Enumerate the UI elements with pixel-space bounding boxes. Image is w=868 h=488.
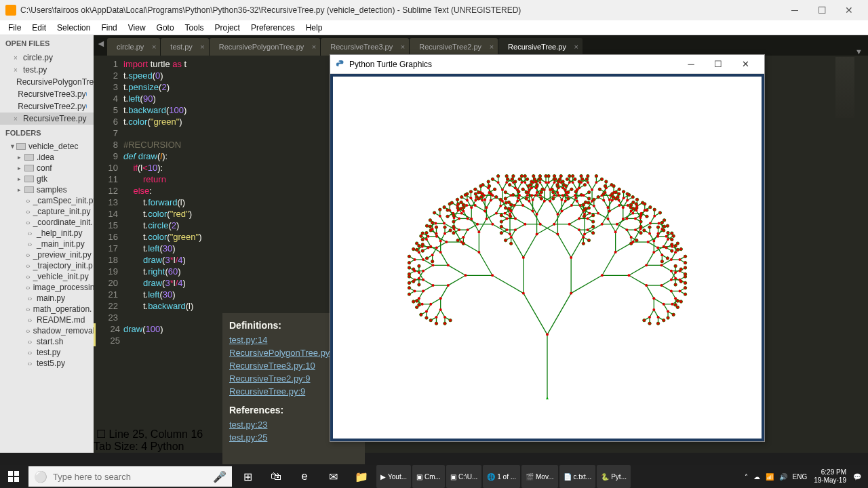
status-tabsize[interactable]: Tab Size: 4	[94, 441, 147, 452]
file-item[interactable]: ‹›main.py	[0, 293, 94, 304]
mail-icon[interactable]: ✉	[319, 465, 347, 488]
svg-point-690	[439, 208, 441, 211]
svg-point-1534	[643, 319, 646, 321]
openfile-item[interactable]: RecursiveTree2.py	[0, 100, 94, 113]
menu-preferences[interactable]: Preferences	[245, 22, 300, 34]
svg-point-1083	[536, 191, 538, 194]
minimize-button[interactable]: ─	[781, 0, 808, 20]
openfile-item[interactable]: RecursivePolygonTree.py	[0, 76, 94, 88]
openfile-item[interactable]: ×circle.py	[0, 52, 94, 64]
svg-point-1481	[679, 268, 682, 270]
file-item[interactable]: ‹›math_operation.	[0, 304, 94, 314]
svg-point-1134	[568, 175, 571, 178]
menu-goto[interactable]: Goto	[151, 22, 180, 34]
taskbar-app[interactable]: 🎬Mov...	[521, 465, 557, 488]
tab-close-icon[interactable]: ×	[490, 43, 494, 51]
taskbar-app[interactable]: 📄c.txt...	[559, 465, 596, 488]
svg-point-1400	[671, 249, 673, 252]
wifi-icon[interactable]: 📶	[763, 473, 776, 481]
file-item[interactable]: ‹›_trajectory_init.p	[0, 260, 94, 271]
menu-selection[interactable]: Selection	[52, 22, 96, 34]
folder-item[interactable]: ▸samples	[0, 184, 94, 195]
turtle-minimize[interactable]: ─	[677, 59, 705, 69]
tab-close-icon[interactable]: ×	[401, 43, 405, 51]
tab-close-icon[interactable]: ×	[200, 43, 204, 51]
tab-RecursiveTree3py[interactable]: RecursiveTree3.py×	[321, 38, 409, 56]
close-icon[interactable]: ×	[14, 66, 20, 74]
taskbar-app[interactable]: ▶Yout...	[376, 465, 411, 488]
search-box[interactable]: ⚪ 🎤	[28, 466, 232, 487]
tab-testpy[interactable]: test.py×	[161, 38, 208, 56]
taskbar-app[interactable]: 🌐1 of ...	[483, 465, 520, 488]
taskbar-app[interactable]: 🐍Pyt...	[597, 465, 631, 488]
file-item[interactable]: ‹›start.sh	[0, 336, 94, 347]
turtle-maximize[interactable]: ☐	[705, 59, 732, 69]
language-indicator[interactable]: ENG	[790, 473, 810, 481]
svg-point-597	[414, 258, 416, 261]
file-item[interactable]: ‹›_main_init.py	[0, 239, 94, 249]
file-item[interactable]: ‹›image_processing	[0, 282, 94, 293]
nav-back-icon[interactable]: ◄	[96, 38, 106, 49]
menu-view[interactable]: View	[123, 22, 151, 34]
status-language[interactable]: Python	[151, 441, 184, 452]
tray-up-icon[interactable]: ˄	[742, 473, 751, 481]
openfile-item[interactable]: RecursiveTree3.py	[0, 88, 94, 100]
menu-project[interactable]: Project	[210, 22, 245, 34]
menu-tools[interactable]: Tools	[180, 22, 210, 34]
tab-close-icon[interactable]: ×	[152, 43, 156, 51]
clock[interactable]: 6:29 PM 19-May-19	[810, 468, 850, 485]
turtle-titlebar[interactable]: Python Turtle Graphics ─ ☐ ✕	[330, 55, 764, 74]
mic-icon[interactable]: 🎤	[213, 470, 226, 483]
file-item[interactable]: ‹›_camSpec_init.py	[0, 195, 94, 206]
close-icon[interactable]: ×	[14, 54, 20, 62]
edge-icon[interactable]: e	[290, 465, 319, 488]
tab-close-icon[interactable]: ×	[574, 43, 578, 51]
notifications-icon[interactable]: 💬	[850, 473, 864, 481]
tab-RecursiveTreepy[interactable]: RecursiveTree.py×	[498, 38, 583, 56]
close-icon[interactable]: ×	[14, 115, 20, 123]
svg-line-243	[570, 218, 579, 224]
tab-menu-icon[interactable]: ▼	[855, 47, 863, 56]
file-item[interactable]: ‹›_help_init.py	[0, 228, 94, 239]
start-button[interactable]	[0, 465, 27, 488]
svg-point-1497	[674, 297, 677, 300]
taskbar-app[interactable]: ▣Cm...	[412, 465, 445, 488]
store-icon[interactable]: 🛍	[262, 465, 290, 488]
turtle-close[interactable]: ✕	[732, 59, 759, 69]
minimap[interactable]	[835, 57, 854, 118]
menu-edit[interactable]: Edit	[26, 22, 52, 34]
task-view-icon[interactable]: ⊞	[233, 465, 262, 488]
openfile-item[interactable]: ×test.py	[0, 64, 94, 76]
folder-item[interactable]: ▸.idea	[0, 152, 94, 163]
file-item[interactable]: ‹›_capture_init.py	[0, 206, 94, 217]
tab-circlepy[interactable]: circle.py×	[107, 38, 160, 56]
file-item[interactable]: ‹›_preview_init.py	[0, 249, 94, 260]
file-item[interactable]: ‹›_vehicle_init.py	[0, 271, 94, 282]
menu-find[interactable]: Find	[96, 22, 122, 34]
status-cursor[interactable]: Line 25, Column 16	[108, 428, 203, 440]
file-item[interactable]: ‹›test5.py	[0, 358, 94, 369]
folder-item[interactable]: ▸conf	[0, 163, 94, 174]
turtle-window[interactable]: Python Turtle Graphics ─ ☐ ✕	[330, 54, 765, 442]
search-input[interactable]	[53, 472, 213, 482]
tab-RecursiveTree2py[interactable]: RecursiveTree2.py×	[410, 38, 498, 56]
menu-file[interactable]: File	[3, 22, 26, 34]
volume-icon[interactable]: 🔊	[776, 473, 790, 481]
openfile-item[interactable]: ×RecursiveTree.py	[0, 113, 94, 125]
file-item[interactable]: ‹›_coordinate_init.	[0, 217, 94, 228]
tab-RecursivePolygonTreepy[interactable]: RecursivePolygonTree.py×	[210, 38, 321, 56]
svg-point-656	[421, 249, 424, 252]
maximize-button[interactable]: ☐	[808, 0, 835, 20]
menu-help[interactable]: Help	[300, 22, 328, 34]
taskbar-app[interactable]: ▣C:\U...	[446, 465, 481, 488]
file-item[interactable]: ‹›README.md	[0, 314, 94, 325]
onedrive-icon[interactable]: ☁	[751, 473, 763, 481]
folder-root[interactable]: ▼vehicle_detec	[0, 141, 94, 152]
file-item[interactable]: ‹›shadow_removal	[0, 325, 94, 336]
close-button[interactable]: ✕	[835, 0, 863, 20]
file-item[interactable]: ‹›test.py	[0, 347, 94, 358]
explorer-icon[interactable]: 📁	[347, 465, 376, 488]
folder-item[interactable]: ▸gtk	[0, 174, 94, 184]
tab-close-icon[interactable]: ×	[312, 43, 316, 51]
svg-point-1506	[671, 303, 673, 306]
